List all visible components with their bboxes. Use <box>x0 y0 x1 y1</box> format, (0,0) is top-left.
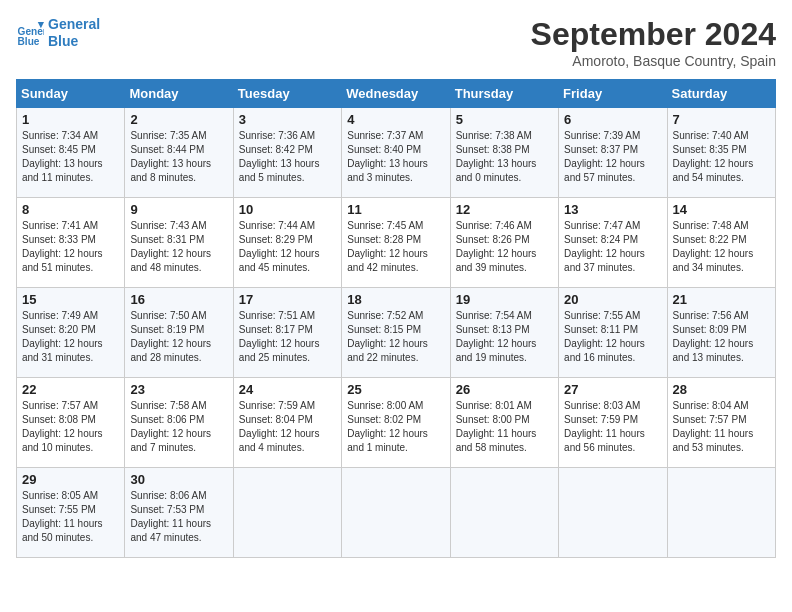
calendar-header-row: SundayMondayTuesdayWednesdayThursdayFrid… <box>17 80 776 108</box>
day-number: 21 <box>673 292 770 307</box>
page-header: General Blue General Blue September 2024… <box>16 16 776 69</box>
day-info: Sunrise: 8:04 AMSunset: 7:57 PMDaylight:… <box>673 400 754 453</box>
day-number: 1 <box>22 112 119 127</box>
calendar-cell: 8Sunrise: 7:41 AMSunset: 8:33 PMDaylight… <box>17 198 125 288</box>
calendar-week-3: 15Sunrise: 7:49 AMSunset: 8:20 PMDayligh… <box>17 288 776 378</box>
day-info: Sunrise: 7:43 AMSunset: 8:31 PMDaylight:… <box>130 220 211 273</box>
day-number: 26 <box>456 382 553 397</box>
calendar-cell: 22Sunrise: 7:57 AMSunset: 8:08 PMDayligh… <box>17 378 125 468</box>
day-info: Sunrise: 7:41 AMSunset: 8:33 PMDaylight:… <box>22 220 103 273</box>
calendar-cell: 13Sunrise: 7:47 AMSunset: 8:24 PMDayligh… <box>559 198 667 288</box>
day-info: Sunrise: 7:37 AMSunset: 8:40 PMDaylight:… <box>347 130 428 183</box>
day-number: 20 <box>564 292 661 307</box>
day-number: 9 <box>130 202 227 217</box>
day-number: 29 <box>22 472 119 487</box>
day-number: 10 <box>239 202 336 217</box>
day-header-monday: Monday <box>125 80 233 108</box>
calendar-cell: 19Sunrise: 7:54 AMSunset: 8:13 PMDayligh… <box>450 288 558 378</box>
calendar-cell: 3Sunrise: 7:36 AMSunset: 8:42 PMDaylight… <box>233 108 341 198</box>
calendar-week-1: 1Sunrise: 7:34 AMSunset: 8:45 PMDaylight… <box>17 108 776 198</box>
calendar-cell: 29Sunrise: 8:05 AMSunset: 7:55 PMDayligh… <box>17 468 125 558</box>
day-number: 7 <box>673 112 770 127</box>
calendar-cell: 17Sunrise: 7:51 AMSunset: 8:17 PMDayligh… <box>233 288 341 378</box>
day-number: 27 <box>564 382 661 397</box>
calendar-cell: 9Sunrise: 7:43 AMSunset: 8:31 PMDaylight… <box>125 198 233 288</box>
day-number: 22 <box>22 382 119 397</box>
calendar-cell: 20Sunrise: 7:55 AMSunset: 8:11 PMDayligh… <box>559 288 667 378</box>
calendar-cell: 18Sunrise: 7:52 AMSunset: 8:15 PMDayligh… <box>342 288 450 378</box>
day-info: Sunrise: 7:57 AMSunset: 8:08 PMDaylight:… <box>22 400 103 453</box>
calendar-cell: 25Sunrise: 8:00 AMSunset: 8:02 PMDayligh… <box>342 378 450 468</box>
day-info: Sunrise: 7:54 AMSunset: 8:13 PMDaylight:… <box>456 310 537 363</box>
day-header-saturday: Saturday <box>667 80 775 108</box>
logo-text-line1: General <box>48 16 100 33</box>
calendar-cell: 28Sunrise: 8:04 AMSunset: 7:57 PMDayligh… <box>667 378 775 468</box>
day-number: 12 <box>456 202 553 217</box>
month-title: September 2024 <box>531 16 776 53</box>
day-info: Sunrise: 7:47 AMSunset: 8:24 PMDaylight:… <box>564 220 645 273</box>
day-number: 25 <box>347 382 444 397</box>
logo: General Blue General Blue <box>16 16 100 50</box>
day-number: 18 <box>347 292 444 307</box>
day-header-thursday: Thursday <box>450 80 558 108</box>
day-info: Sunrise: 7:55 AMSunset: 8:11 PMDaylight:… <box>564 310 645 363</box>
day-info: Sunrise: 7:38 AMSunset: 8:38 PMDaylight:… <box>456 130 537 183</box>
day-number: 2 <box>130 112 227 127</box>
day-info: Sunrise: 7:50 AMSunset: 8:19 PMDaylight:… <box>130 310 211 363</box>
logo-icon: General Blue <box>16 19 44 47</box>
day-info: Sunrise: 7:52 AMSunset: 8:15 PMDaylight:… <box>347 310 428 363</box>
calendar-cell: 23Sunrise: 7:58 AMSunset: 8:06 PMDayligh… <box>125 378 233 468</box>
day-number: 19 <box>456 292 553 307</box>
day-info: Sunrise: 7:39 AMSunset: 8:37 PMDaylight:… <box>564 130 645 183</box>
day-number: 5 <box>456 112 553 127</box>
calendar-cell: 6Sunrise: 7:39 AMSunset: 8:37 PMDaylight… <box>559 108 667 198</box>
calendar-week-5: 29Sunrise: 8:05 AMSunset: 7:55 PMDayligh… <box>17 468 776 558</box>
day-number: 16 <box>130 292 227 307</box>
calendar-cell: 27Sunrise: 8:03 AMSunset: 7:59 PMDayligh… <box>559 378 667 468</box>
calendar-cell <box>667 468 775 558</box>
day-info: Sunrise: 7:49 AMSunset: 8:20 PMDaylight:… <box>22 310 103 363</box>
day-header-wednesday: Wednesday <box>342 80 450 108</box>
day-info: Sunrise: 7:58 AMSunset: 8:06 PMDaylight:… <box>130 400 211 453</box>
day-number: 6 <box>564 112 661 127</box>
calendar-cell: 1Sunrise: 7:34 AMSunset: 8:45 PMDaylight… <box>17 108 125 198</box>
day-number: 15 <box>22 292 119 307</box>
calendar-cell: 21Sunrise: 7:56 AMSunset: 8:09 PMDayligh… <box>667 288 775 378</box>
calendar-cell <box>342 468 450 558</box>
calendar-cell <box>233 468 341 558</box>
day-number: 11 <box>347 202 444 217</box>
day-info: Sunrise: 7:48 AMSunset: 8:22 PMDaylight:… <box>673 220 754 273</box>
calendar-cell: 11Sunrise: 7:45 AMSunset: 8:28 PMDayligh… <box>342 198 450 288</box>
day-number: 8 <box>22 202 119 217</box>
calendar-body: 1Sunrise: 7:34 AMSunset: 8:45 PMDaylight… <box>17 108 776 558</box>
calendar-table: SundayMondayTuesdayWednesdayThursdayFrid… <box>16 79 776 558</box>
calendar-cell: 30Sunrise: 8:06 AMSunset: 7:53 PMDayligh… <box>125 468 233 558</box>
calendar-week-2: 8Sunrise: 7:41 AMSunset: 8:33 PMDaylight… <box>17 198 776 288</box>
day-info: Sunrise: 7:51 AMSunset: 8:17 PMDaylight:… <box>239 310 320 363</box>
day-number: 23 <box>130 382 227 397</box>
calendar-cell: 16Sunrise: 7:50 AMSunset: 8:19 PMDayligh… <box>125 288 233 378</box>
day-number: 30 <box>130 472 227 487</box>
calendar-cell: 7Sunrise: 7:40 AMSunset: 8:35 PMDaylight… <box>667 108 775 198</box>
location: Amoroto, Basque Country, Spain <box>531 53 776 69</box>
day-info: Sunrise: 7:44 AMSunset: 8:29 PMDaylight:… <box>239 220 320 273</box>
calendar-cell: 5Sunrise: 7:38 AMSunset: 8:38 PMDaylight… <box>450 108 558 198</box>
calendar-week-4: 22Sunrise: 7:57 AMSunset: 8:08 PMDayligh… <box>17 378 776 468</box>
day-header-tuesday: Tuesday <box>233 80 341 108</box>
calendar-cell: 15Sunrise: 7:49 AMSunset: 8:20 PMDayligh… <box>17 288 125 378</box>
calendar-cell: 4Sunrise: 7:37 AMSunset: 8:40 PMDaylight… <box>342 108 450 198</box>
day-info: Sunrise: 8:05 AMSunset: 7:55 PMDaylight:… <box>22 490 103 543</box>
day-info: Sunrise: 7:40 AMSunset: 8:35 PMDaylight:… <box>673 130 754 183</box>
day-header-sunday: Sunday <box>17 80 125 108</box>
day-info: Sunrise: 8:01 AMSunset: 8:00 PMDaylight:… <box>456 400 537 453</box>
day-number: 14 <box>673 202 770 217</box>
calendar-cell: 10Sunrise: 7:44 AMSunset: 8:29 PMDayligh… <box>233 198 341 288</box>
calendar-cell: 14Sunrise: 7:48 AMSunset: 8:22 PMDayligh… <box>667 198 775 288</box>
title-block: September 2024 Amoroto, Basque Country, … <box>531 16 776 69</box>
day-info: Sunrise: 8:00 AMSunset: 8:02 PMDaylight:… <box>347 400 428 453</box>
day-info: Sunrise: 7:56 AMSunset: 8:09 PMDaylight:… <box>673 310 754 363</box>
day-info: Sunrise: 7:34 AMSunset: 8:45 PMDaylight:… <box>22 130 103 183</box>
day-number: 3 <box>239 112 336 127</box>
calendar-cell: 2Sunrise: 7:35 AMSunset: 8:44 PMDaylight… <box>125 108 233 198</box>
day-info: Sunrise: 7:46 AMSunset: 8:26 PMDaylight:… <box>456 220 537 273</box>
